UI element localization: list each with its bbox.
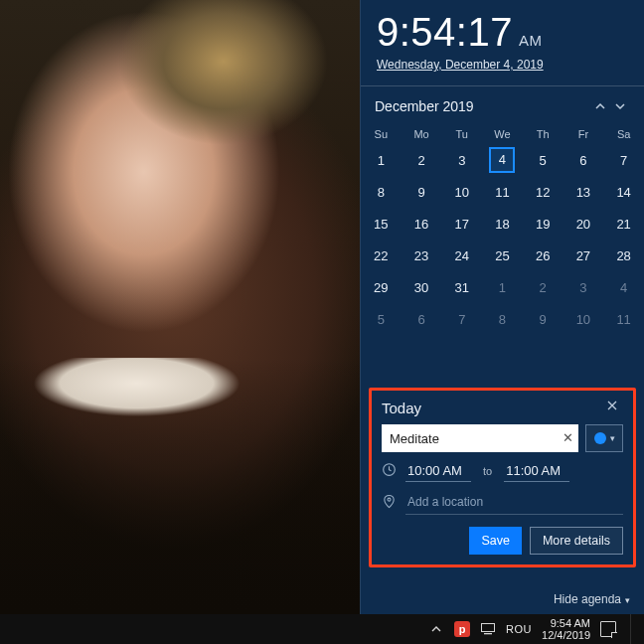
clock-time: 9:54:17AM bbox=[377, 12, 628, 52]
more-details-button[interactable]: More details bbox=[530, 527, 623, 555]
calendar-color-dot bbox=[594, 432, 606, 444]
calendar-day[interactable]: 27 bbox=[570, 242, 596, 268]
dow-header: Su bbox=[361, 124, 402, 144]
calendar-day[interactable]: 30 bbox=[408, 274, 434, 300]
calendar-day[interactable]: 21 bbox=[611, 211, 637, 237]
dow-header: We bbox=[482, 124, 523, 144]
month-label[interactable]: December 2019 bbox=[375, 98, 590, 114]
dow-header: Tu bbox=[441, 124, 482, 144]
next-month-button[interactable] bbox=[610, 94, 630, 118]
calendar-day[interactable]: 5 bbox=[530, 147, 556, 173]
calendar-day[interactable]: 3 bbox=[570, 274, 596, 300]
save-button[interactable]: Save bbox=[469, 527, 522, 555]
location-row bbox=[382, 490, 623, 515]
calendar-day[interactable]: 12 bbox=[530, 179, 556, 205]
calendar-day[interactable]: 10 bbox=[570, 306, 596, 332]
calendar-day[interactable]: 9 bbox=[530, 306, 556, 332]
calendar-header: December 2019 bbox=[361, 94, 644, 118]
close-icon[interactable] bbox=[605, 399, 623, 416]
calendar-day[interactable]: 24 bbox=[449, 242, 475, 268]
calendar-day[interactable]: 4 bbox=[489, 147, 515, 173]
calendar-day[interactable]: 11 bbox=[611, 306, 637, 332]
agenda-header: Today bbox=[382, 399, 623, 416]
agenda-buttons: Save More details bbox=[382, 527, 623, 555]
event-title-row: ✕ ▾ bbox=[382, 424, 623, 452]
clear-title-icon[interactable]: ✕ bbox=[563, 430, 573, 445]
calendar-day[interactable]: 23 bbox=[408, 242, 434, 268]
calendar-day[interactable]: 6 bbox=[570, 147, 596, 173]
dow-header: Th bbox=[523, 124, 564, 144]
calendar-day[interactable]: 2 bbox=[530, 274, 556, 300]
calendar-day[interactable]: 18 bbox=[489, 211, 515, 237]
agenda-title: Today bbox=[382, 400, 605, 416]
location-input[interactable] bbox=[405, 490, 623, 515]
calendar-day[interactable]: 22 bbox=[368, 242, 394, 268]
calendar-day[interactable]: 19 bbox=[530, 211, 556, 237]
taskbar: p ROU 9:54 AM 12/4/2019 bbox=[0, 614, 644, 644]
clock-icon bbox=[382, 462, 400, 480]
calendar-day[interactable]: 25 bbox=[489, 242, 515, 268]
calendar-day[interactable]: 26 bbox=[530, 242, 556, 268]
svg-rect-2 bbox=[482, 624, 495, 632]
calendar-day[interactable]: 4 bbox=[611, 274, 637, 300]
svg-point-1 bbox=[388, 498, 391, 501]
language-indicator[interactable]: ROU bbox=[506, 623, 532, 635]
prev-month-button[interactable] bbox=[590, 94, 610, 118]
tray-app-icon[interactable]: p bbox=[454, 621, 470, 637]
calendar-picker[interactable]: ▾ bbox=[585, 424, 623, 452]
calendar-day[interactable]: 28 bbox=[611, 242, 637, 268]
start-time-field[interactable]: 10:00 AM bbox=[405, 460, 471, 482]
calendar-day[interactable]: 3 bbox=[449, 147, 475, 173]
hide-agenda-toggle[interactable]: Hide agenda▾ bbox=[554, 592, 630, 606]
agenda-quickadd: Today ✕ ▾ 10:00 AM to 11:00 AM Save bbox=[369, 388, 636, 567]
calendar-day[interactable]: 11 bbox=[489, 179, 515, 205]
clock-section: 9:54:17AM Wednesday, December 4, 2019 bbox=[361, 0, 644, 74]
calendar-day[interactable]: 7 bbox=[611, 147, 637, 173]
show-desktop-button[interactable] bbox=[630, 614, 636, 644]
dow-header: Fr bbox=[564, 124, 604, 144]
end-time-field[interactable]: 11:00 AM bbox=[504, 460, 569, 482]
calendar-day[interactable]: 29 bbox=[368, 274, 394, 300]
calendar-day[interactable]: 5 bbox=[368, 306, 394, 332]
calendar-day[interactable]: 7 bbox=[449, 306, 475, 332]
tray-chevron-icon[interactable] bbox=[428, 621, 444, 637]
calendar-day[interactable]: 15 bbox=[368, 211, 394, 237]
calendar-day[interactable]: 14 bbox=[611, 179, 637, 205]
time-row: 10:00 AM to 11:00 AM bbox=[382, 460, 623, 482]
calendar-day[interactable]: 6 bbox=[408, 306, 434, 332]
calendar-day[interactable]: 17 bbox=[449, 211, 475, 237]
calendar-day[interactable]: 8 bbox=[368, 179, 394, 205]
taskbar-time: 9:54 AM bbox=[542, 617, 590, 629]
ime-icon[interactable] bbox=[480, 621, 496, 637]
clock-date-link[interactable]: Wednesday, December 4, 2019 bbox=[377, 58, 628, 72]
event-title-input[interactable] bbox=[382, 424, 578, 452]
calendar-day[interactable]: 31 bbox=[449, 274, 475, 300]
calendar-day[interactable]: 10 bbox=[449, 179, 475, 205]
calendar-day[interactable]: 9 bbox=[408, 179, 434, 205]
clock-ampm: AM bbox=[519, 32, 543, 49]
calendar-day[interactable]: 16 bbox=[408, 211, 434, 237]
taskbar-clock[interactable]: 9:54 AM 12/4/2019 bbox=[542, 617, 590, 641]
taskbar-date: 12/4/2019 bbox=[542, 629, 590, 641]
to-label: to bbox=[477, 465, 498, 477]
location-icon bbox=[382, 494, 400, 512]
clock-time-value: 9:54:17 bbox=[377, 10, 513, 54]
chevron-down-icon: ▾ bbox=[625, 595, 630, 605]
calendar-day[interactable]: 1 bbox=[368, 147, 394, 173]
calendar-day[interactable]: 1 bbox=[489, 274, 515, 300]
calendar-day[interactable]: 13 bbox=[570, 179, 596, 205]
divider bbox=[361, 85, 644, 86]
event-title-wrap: ✕ bbox=[382, 424, 579, 452]
svg-rect-3 bbox=[484, 633, 492, 634]
calendar-grid: SuMoTuWeThFrSa 1234567891011121314151617… bbox=[361, 124, 644, 335]
chevron-down-icon: ▾ bbox=[610, 433, 615, 443]
calendar-day[interactable]: 8 bbox=[489, 306, 515, 332]
hide-agenda-label: Hide agenda bbox=[554, 592, 621, 606]
calendar-day[interactable]: 20 bbox=[570, 211, 596, 237]
calendar-flyout: 9:54:17AM Wednesday, December 4, 2019 De… bbox=[360, 0, 644, 614]
dow-header: Mo bbox=[402, 124, 442, 144]
action-center-icon[interactable] bbox=[600, 621, 616, 637]
calendar-day[interactable]: 2 bbox=[408, 147, 434, 173]
desktop-wallpaper bbox=[0, 0, 360, 614]
dow-header: Sa bbox=[603, 124, 644, 144]
